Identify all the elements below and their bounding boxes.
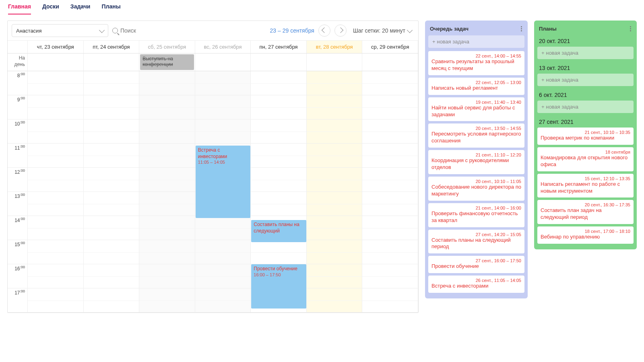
time-cell[interactable] (28, 288, 84, 313)
time-cell[interactable] (362, 95, 418, 119)
time-cell[interactable] (139, 216, 195, 240)
time-cell[interactable] (251, 168, 307, 192)
new-task-input[interactable]: + новая задача (537, 74, 634, 86)
task-card[interactable]: 27 сент., 16:00 – 17:50Провести обучение (428, 256, 524, 273)
time-cell[interactable] (362, 264, 418, 288)
time-cell[interactable] (84, 264, 140, 288)
time-cell[interactable] (195, 264, 251, 288)
time-cell[interactable] (28, 240, 84, 264)
time-cell[interactable] (28, 264, 84, 288)
time-cell[interactable] (139, 71, 195, 95)
task-card[interactable]: 15 сент., 12:10 – 13:35Написать регламен… (537, 174, 634, 198)
nav-Главная[interactable]: Главная (8, 0, 31, 14)
search-input[interactable] (120, 27, 266, 34)
time-cell[interactable] (251, 71, 307, 95)
time-cell[interactable] (139, 119, 195, 144)
time-cell[interactable] (195, 71, 251, 95)
task-card[interactable]: 18 сент., 17:00 – 18:10Вебинар по управл… (537, 226, 634, 244)
more-icon[interactable] (629, 25, 632, 32)
prev-week-button[interactable] (318, 25, 330, 37)
allday-cell[interactable] (251, 53, 307, 71)
allday-cell[interactable] (84, 53, 140, 71)
time-cell[interactable] (84, 216, 140, 240)
time-cell[interactable] (307, 144, 363, 168)
time-cell[interactable] (251, 119, 307, 144)
calendar-event[interactable]: Провести обучение16:00 – 17:50 (251, 264, 306, 309)
task-card[interactable]: 19 сент., 11:40 – 13:40Найти новый серви… (428, 97, 524, 121)
time-cell[interactable] (362, 288, 418, 313)
time-cell[interactable] (28, 168, 84, 192)
time-cell[interactable] (28, 71, 84, 95)
time-cell[interactable] (28, 95, 84, 119)
time-cell[interactable] (195, 119, 251, 144)
next-week-button[interactable] (334, 25, 347, 37)
time-cell[interactable] (362, 192, 418, 216)
time-cell[interactable] (84, 119, 140, 144)
new-task-input[interactable]: + новая задача (537, 101, 634, 113)
time-cell[interactable] (307, 95, 363, 119)
task-card[interactable]: 20 сент., 13:50 – 14:55Пересмотреть усло… (428, 123, 524, 148)
nav-Задачи[interactable]: Задачи (70, 0, 91, 14)
time-cell[interactable] (84, 288, 140, 313)
time-cell[interactable] (362, 119, 418, 144)
task-card[interactable]: 22 сент., 14:00 – 14:55Сравнить результа… (428, 51, 524, 75)
time-cell[interactable] (139, 192, 195, 216)
time-cell[interactable] (139, 288, 195, 313)
time-cell[interactable] (362, 71, 418, 95)
time-cell[interactable] (84, 168, 140, 192)
time-cell[interactable] (139, 264, 195, 288)
task-card[interactable]: 20 сент., 16:30 – 17:35Составить план за… (537, 200, 634, 224)
task-card[interactable]: 21 сент., 14:00 – 16:00Проверить финансо… (428, 203, 524, 227)
time-cell[interactable] (307, 119, 363, 144)
time-cell[interactable] (251, 144, 307, 168)
time-cell[interactable] (84, 192, 140, 216)
time-cell[interactable] (195, 95, 251, 119)
time-cell[interactable] (84, 144, 140, 168)
time-cell[interactable] (251, 95, 307, 119)
allday-cell[interactable] (307, 53, 363, 71)
time-cell[interactable] (251, 192, 307, 216)
calendar-event[interactable]: Составить планы на следующий (251, 220, 306, 242)
more-icon[interactable] (520, 25, 523, 32)
time-cell[interactable] (307, 264, 363, 288)
new-task-input[interactable]: + новая задача (537, 47, 634, 59)
new-task-input[interactable]: + новая задача (428, 35, 524, 48)
time-cell[interactable] (195, 216, 251, 240)
time-cell[interactable] (307, 168, 363, 192)
task-card[interactable]: 21 сент., 10:10 – 10:35Проверка метрик п… (537, 128, 634, 145)
time-cell[interactable] (307, 216, 363, 240)
task-card[interactable]: 22 сент., 12:05 – 13:00Написать новый ре… (428, 78, 524, 95)
time-cell[interactable] (195, 240, 251, 264)
time-cell[interactable] (251, 240, 307, 264)
time-cell[interactable] (84, 95, 140, 119)
task-card[interactable]: 20 сент., 10:10 – 11:05Собеседование нов… (428, 177, 524, 201)
time-cell[interactable] (362, 168, 418, 192)
time-cell[interactable] (28, 192, 84, 216)
allday-cell[interactable] (195, 53, 251, 71)
time-cell[interactable] (139, 168, 195, 192)
task-card[interactable]: 21 сент., 11:10 – 12:20Координация с рук… (428, 150, 524, 174)
task-card[interactable]: 26 сент., 11:05 – 14:05Встреча с инвесто… (428, 276, 524, 293)
allday-cell[interactable] (28, 53, 84, 71)
time-cell[interactable] (307, 288, 363, 313)
task-card[interactable]: 18 сентябряКомандировка для открытия нов… (537, 147, 634, 171)
grid-step-select[interactable]: Шаг сетки: 20 минут (351, 27, 414, 34)
time-cell[interactable] (362, 144, 418, 168)
allday-event[interactable]: Выступить на конференции (140, 54, 194, 70)
allday-cell[interactable]: Выступить на конференции (139, 53, 195, 71)
time-cell[interactable] (307, 192, 363, 216)
time-cell[interactable] (139, 240, 195, 264)
time-cell[interactable] (362, 216, 418, 240)
time-cell[interactable] (84, 240, 140, 264)
time-cell[interactable] (307, 71, 363, 95)
nav-Доски[interactable]: Доски (42, 0, 59, 14)
time-cell[interactable] (307, 240, 363, 264)
nav-Планы[interactable]: Планы (101, 0, 120, 14)
time-cell[interactable] (362, 240, 418, 264)
time-cell[interactable] (28, 119, 84, 144)
allday-cell[interactable] (362, 53, 418, 71)
person-select[interactable]: Анастасия (12, 24, 108, 37)
time-cell[interactable] (195, 288, 251, 313)
time-cell[interactable] (84, 71, 140, 95)
time-cell[interactable] (28, 144, 84, 168)
